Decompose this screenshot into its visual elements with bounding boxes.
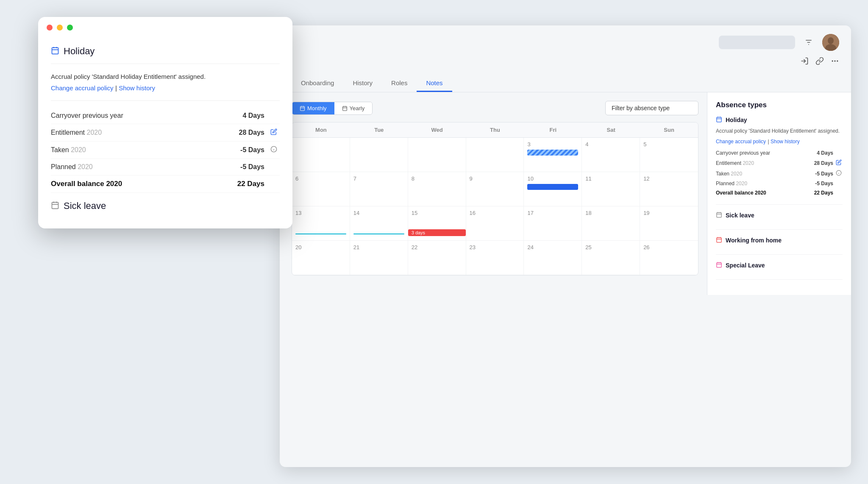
monthly-toggle[interactable]: Monthly bbox=[292, 102, 334, 114]
carryover-row-value: 4 Days bbox=[231, 112, 264, 120]
day-number: 22 bbox=[412, 244, 417, 250]
calendar-grid: Mon Tue Wed Thu Fri Sat Sun bbox=[292, 122, 698, 275]
cal-cell-25[interactable]: 25 bbox=[582, 241, 640, 275]
cal-cell-12[interactable]: 12 bbox=[640, 172, 698, 206]
absence-type-filter[interactable]: Filter by absence type bbox=[605, 101, 698, 115]
special-leave-header: Special Leave bbox=[716, 261, 843, 269]
cal-cell-18[interactable]: 18 bbox=[582, 206, 640, 240]
cal-cell-10[interactable]: 10 bbox=[524, 172, 582, 206]
login-icon[interactable] bbox=[800, 57, 809, 67]
holiday-section-header: Holiday bbox=[51, 39, 280, 64]
day-number: 16 bbox=[470, 210, 476, 216]
wfh-name: Working from home bbox=[726, 237, 782, 244]
close-button[interactable] bbox=[47, 25, 53, 31]
entitlement-value: 28 Days bbox=[814, 160, 833, 166]
svg-rect-14 bbox=[342, 106, 347, 111]
sick-leave-icon bbox=[716, 211, 722, 219]
cal-cell-empty-1[interactable] bbox=[292, 138, 350, 172]
planned-label: Planned 2020 bbox=[716, 181, 815, 186]
cal-cell-13[interactable]: 13 bbox=[292, 206, 350, 240]
cal-cell-19[interactable]: 19 bbox=[640, 206, 698, 240]
cal-cell-6[interactable]: 6 bbox=[292, 172, 350, 206]
svg-point-4 bbox=[828, 37, 834, 44]
day-number: 13 bbox=[295, 210, 301, 216]
tab-history[interactable]: History bbox=[343, 75, 382, 92]
absence-row-overall: Overall balance 2020 22 Days bbox=[716, 188, 843, 197]
day-number: 17 bbox=[527, 210, 533, 216]
day-number: 21 bbox=[353, 244, 359, 250]
cal-cell-3[interactable]: 3 bbox=[524, 138, 582, 172]
day-header-tue: Tue bbox=[350, 122, 408, 137]
day-number: 18 bbox=[585, 210, 591, 216]
holiday-section-title: Holiday bbox=[64, 46, 95, 57]
change-accrual-link[interactable]: Change accrual policy bbox=[51, 84, 114, 92]
calendar-event-blue bbox=[527, 184, 578, 190]
minimize-button[interactable] bbox=[57, 25, 63, 31]
cal-cell-16[interactable]: 16 bbox=[466, 206, 524, 240]
calendar-header: Mon Tue Wed Thu Fri Sat Sun bbox=[292, 122, 698, 138]
cal-cell-9[interactable]: 9 bbox=[466, 172, 524, 206]
cal-cell-26[interactable]: 26 bbox=[640, 241, 698, 275]
pipe-separator: | bbox=[115, 84, 119, 92]
planned-row-label: Planned 2020 bbox=[51, 163, 231, 171]
day-number: 25 bbox=[585, 244, 591, 250]
day-number: 20 bbox=[295, 244, 301, 250]
ent-row-entitlement: Entitlement 2020 28 Days bbox=[51, 124, 280, 142]
link-icon[interactable] bbox=[815, 57, 824, 67]
cal-cell-24[interactable]: 24 bbox=[524, 241, 582, 275]
cal-cell-empty-4[interactable] bbox=[466, 138, 524, 172]
day-header-fri: Fri bbox=[524, 122, 582, 137]
cal-cell-22[interactable]: 22 bbox=[408, 241, 466, 275]
tabs: Onboarding History Roles Notes bbox=[292, 73, 839, 92]
change-accrual-link-sidebar[interactable]: Change accrual policy bbox=[716, 139, 766, 145]
tab-roles[interactable]: Roles bbox=[382, 75, 417, 92]
right-panel: Onboarding History Roles Notes Monthly Y… bbox=[280, 25, 851, 467]
show-history-link[interactable]: Show history bbox=[119, 84, 155, 92]
absence-type-sick-leave: Sick leave bbox=[716, 211, 843, 230]
edit-icon[interactable] bbox=[835, 159, 843, 167]
absence-row-taken: Taken 2020 -5 Days bbox=[716, 168, 843, 179]
ent-row-carryover: Carryover previous year 4 Days bbox=[51, 108, 280, 124]
taken-info-icon[interactable] bbox=[268, 146, 280, 154]
calendar-section: Monthly Yearly Filter by absence type Mo… bbox=[280, 92, 707, 295]
cal-cell-4[interactable]: 4 bbox=[582, 138, 640, 172]
cal-cell-20[interactable]: 20 bbox=[292, 241, 350, 275]
maximize-button[interactable] bbox=[67, 25, 73, 31]
holiday-table: Carryover previous year 4 Days Entitleme… bbox=[716, 148, 843, 197]
cal-cell-5[interactable]: 5 bbox=[640, 138, 698, 172]
day-number: 4 bbox=[585, 141, 588, 147]
cal-cell-15[interactable]: 15 3 days bbox=[408, 206, 466, 240]
cal-cell-8[interactable]: 8 bbox=[408, 172, 466, 206]
taken-value: -5 Days bbox=[815, 171, 833, 177]
svg-rect-44 bbox=[52, 202, 58, 209]
absence-type-wfh: Working from home bbox=[716, 236, 843, 255]
cal-cell-empty-2[interactable] bbox=[350, 138, 408, 172]
show-history-link-sidebar[interactable]: Show history bbox=[771, 139, 800, 145]
filter-icon[interactable] bbox=[803, 36, 815, 48]
tab-onboarding[interactable]: Onboarding bbox=[292, 75, 343, 92]
entitlement-row-label: Entitlement 2020 bbox=[51, 129, 231, 136]
cal-cell-21[interactable]: 21 bbox=[350, 241, 408, 275]
search-bar[interactable] bbox=[719, 36, 795, 49]
day-header-mon: Mon bbox=[292, 122, 350, 137]
entitlement-edit-icon[interactable] bbox=[268, 128, 280, 137]
entitlement-label: Entitlement 2020 bbox=[716, 160, 814, 166]
cal-cell-7[interactable]: 7 bbox=[350, 172, 408, 206]
avatar[interactable] bbox=[822, 34, 839, 51]
avatar-image bbox=[822, 34, 839, 51]
svg-point-9 bbox=[837, 61, 838, 61]
more-icon[interactable] bbox=[831, 57, 839, 67]
cal-week-4: 20 21 22 23 24 bbox=[292, 241, 698, 275]
calendar-event-cyan bbox=[295, 234, 346, 234]
yearly-toggle[interactable]: Yearly bbox=[334, 102, 373, 114]
holiday-header: Holiday bbox=[716, 116, 843, 124]
cal-cell-14[interactable]: 14 bbox=[350, 206, 408, 240]
cal-cell-11[interactable]: 11 bbox=[582, 172, 640, 206]
cal-cell-17[interactable]: 17 bbox=[524, 206, 582, 240]
info-icon[interactable] bbox=[835, 170, 843, 177]
cal-cell-23[interactable]: 23 bbox=[466, 241, 524, 275]
cal-cell-empty-3[interactable] bbox=[408, 138, 466, 172]
day-number: 10 bbox=[527, 175, 533, 182]
day-number: 26 bbox=[643, 244, 649, 250]
tab-notes[interactable]: Notes bbox=[417, 75, 452, 92]
